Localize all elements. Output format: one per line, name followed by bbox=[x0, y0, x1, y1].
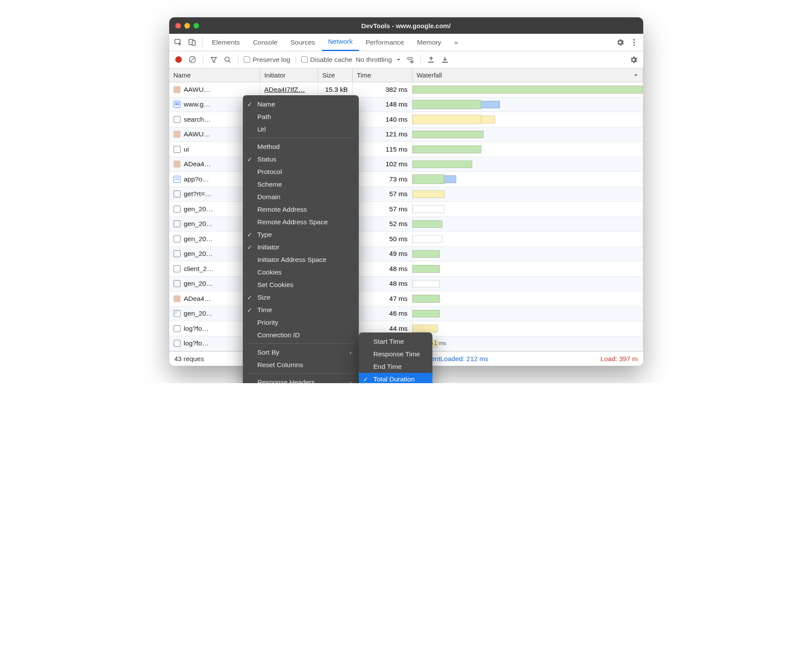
table-row[interactable]: ADea4…(index)22 B102 ms bbox=[169, 157, 643, 172]
tab-console[interactable]: Console bbox=[247, 34, 284, 51]
waterfall-cell bbox=[412, 172, 643, 187]
menu-item-status[interactable]: ✓Status bbox=[243, 153, 359, 165]
minimize-icon[interactable] bbox=[184, 23, 190, 29]
submenu-item-total-duration[interactable]: ✓Total Duration bbox=[359, 373, 432, 383]
svg-rect-11 bbox=[442, 61, 448, 62]
table-row[interactable]: ADea4…app?origin…22 B47 ms bbox=[169, 291, 643, 307]
search-icon[interactable] bbox=[222, 56, 233, 64]
table-row[interactable]: gen_20…(index):1214 B50 ms bbox=[169, 232, 643, 247]
menu-item-remote-address[interactable]: Remote Address bbox=[243, 203, 359, 216]
menu-item-response-headers[interactable]: Response Headers› bbox=[243, 376, 359, 383]
export-har-icon[interactable] bbox=[440, 56, 450, 64]
menu-item-set-cookies[interactable]: Set Cookies bbox=[243, 278, 359, 291]
menu-item-reset-columns[interactable]: Reset Columns bbox=[243, 358, 359, 371]
menu-item-size[interactable]: ✓Size bbox=[243, 291, 359, 303]
table-row[interactable]: AAWU…ADea4I7IfZ…2.7 kB121 ms bbox=[169, 127, 643, 142]
table-row[interactable]: search…m=cdos,dp…21.0 kB140 ms bbox=[169, 112, 643, 127]
file-type-icon bbox=[174, 101, 180, 108]
settings-gear-icon[interactable] bbox=[614, 38, 627, 47]
network-table-body: AAWU…ADea4I7IfZ…15.3 kB382 mswww.g…Other… bbox=[169, 82, 643, 351]
time-cell: 47 ms bbox=[353, 291, 412, 306]
chevron-down-icon bbox=[396, 57, 401, 62]
request-name: AAWU… bbox=[184, 130, 210, 138]
network-conditions-icon[interactable] bbox=[405, 55, 415, 64]
menu-item-method[interactable]: Method bbox=[243, 140, 359, 153]
menu-item-connection-id[interactable]: Connection ID bbox=[243, 329, 359, 341]
device-toolbar-icon[interactable] bbox=[186, 38, 199, 47]
table-row[interactable]: www.g…Other44.3 kB148 ms bbox=[169, 97, 643, 113]
waterfall-cell bbox=[412, 82, 643, 97]
request-name: log?fo… bbox=[184, 339, 209, 347]
svg-rect-2 bbox=[192, 41, 195, 45]
menu-item-url[interactable]: Url bbox=[243, 123, 359, 136]
tabs-overflow[interactable]: » bbox=[448, 34, 464, 51]
time-cell: 46 ms bbox=[353, 307, 412, 321]
disable-cache-label: Disable cache bbox=[310, 56, 352, 64]
throttling-select[interactable]: No throttling bbox=[356, 56, 402, 64]
menu-item-name[interactable]: ✓Name bbox=[243, 98, 359, 110]
table-row[interactable]: get?rt=…rs=AA2YrT…14.8 kB57 ms bbox=[169, 187, 643, 202]
header-waterfall[interactable]: Waterfall bbox=[412, 68, 643, 82]
request-name: get?rt=… bbox=[184, 190, 212, 198]
table-row[interactable]: gen_20…m=cdos,dp…14 B57 ms bbox=[169, 202, 643, 217]
table-row[interactable]: uim=DhPYm…0 B115 ms bbox=[169, 142, 643, 157]
waterfall-cell bbox=[412, 187, 643, 202]
request-name: gen_20… bbox=[184, 205, 213, 213]
waterfall-submenu[interactable]: Start TimeResponse TimeEnd Time✓Total Du… bbox=[359, 332, 432, 383]
header-time[interactable]: Time bbox=[353, 68, 412, 82]
tab-sources[interactable]: Sources bbox=[284, 34, 321, 51]
record-button[interactable] bbox=[174, 56, 184, 63]
devtools-window: DevTools - www.google.com/ ElementsConso… bbox=[169, 17, 643, 366]
menu-item-remote-address-space[interactable]: Remote Address Space bbox=[243, 216, 359, 228]
submenu-item-end-time[interactable]: End Time bbox=[359, 360, 432, 373]
menu-item-protocol[interactable]: Protocol bbox=[243, 165, 359, 178]
close-icon[interactable] bbox=[175, 23, 181, 29]
menu-item-initiator-address-space[interactable]: Initiator Address Space bbox=[243, 253, 359, 266]
disable-cache-checkbox[interactable]: Disable cache bbox=[301, 56, 352, 64]
menu-item-priority[interactable]: Priority bbox=[243, 316, 359, 329]
submenu-item-start-time[interactable]: Start Time bbox=[359, 335, 432, 348]
tab-elements[interactable]: Elements bbox=[206, 34, 246, 51]
clear-icon[interactable] bbox=[187, 55, 198, 64]
menu-item-sort-by[interactable]: Sort By› bbox=[243, 346, 359, 358]
header-name[interactable]: Name bbox=[169, 68, 260, 82]
header-initiator[interactable]: Initiator bbox=[260, 68, 318, 82]
menu-item-initiator[interactable]: ✓Initiator bbox=[243, 241, 359, 253]
table-row[interactable]: gen_20…(index):11615 B52 ms bbox=[169, 217, 643, 232]
inspect-element-icon[interactable] bbox=[172, 38, 185, 47]
request-name: gen_20… bbox=[184, 235, 213, 243]
file-type-icon bbox=[174, 340, 180, 347]
table-row[interactable]: AAWU…ADea4I7IfZ…15.3 kB382 ms bbox=[169, 82, 643, 97]
table-row[interactable]: gen_20…(index):21514 B48 ms bbox=[169, 277, 643, 292]
table-row[interactable]: client_2…(index):318 B48 ms bbox=[169, 261, 643, 277]
network-settings-gear-icon[interactable] bbox=[628, 55, 639, 64]
menu-item-type[interactable]: ✓Type bbox=[243, 228, 359, 241]
table-row[interactable]: gen_20…14 B46 ms bbox=[169, 307, 643, 322]
tab-performance[interactable]: Performance bbox=[360, 34, 410, 51]
panel-tabs: ElementsConsoleSourcesNetworkPerformance… bbox=[169, 34, 643, 51]
menu-item-scheme[interactable]: Scheme bbox=[243, 178, 359, 190]
table-row[interactable]: app?o…rs=AA2YrT…14.4 kB73 ms bbox=[169, 172, 643, 187]
import-har-icon[interactable] bbox=[426, 56, 436, 64]
filter-icon[interactable] bbox=[209, 56, 219, 64]
menu-item-cookies[interactable]: Cookies bbox=[243, 266, 359, 278]
menu-item-domain[interactable]: Domain bbox=[243, 190, 359, 203]
zoom-icon[interactable] bbox=[193, 23, 199, 29]
tab-memory[interactable]: Memory bbox=[411, 34, 447, 51]
tab-network[interactable]: Network bbox=[322, 34, 359, 51]
initiator-cell[interactable]: ADea4I7IfZ… bbox=[264, 86, 305, 94]
waterfall-bar bbox=[412, 220, 442, 228]
waterfall-cell bbox=[412, 277, 643, 291]
waterfall-bar bbox=[412, 145, 482, 153]
time-cell: 382 ms bbox=[353, 82, 412, 97]
chevron-right-icon: › bbox=[349, 378, 351, 384]
menu-item-path[interactable]: Path bbox=[243, 110, 359, 123]
header-size[interactable]: Size bbox=[318, 68, 353, 82]
menu-item-time[interactable]: ✓Time bbox=[243, 303, 359, 316]
table-row[interactable]: gen_20…(index):11615 B49 ms bbox=[169, 247, 643, 262]
preserve-log-checkbox[interactable]: Preserve log bbox=[244, 56, 290, 64]
submenu-item-response-time[interactable]: Response Time bbox=[359, 348, 432, 360]
size-cell: 15.3 kB bbox=[318, 82, 353, 97]
header-context-menu[interactable]: ✓NamePathUrlMethod✓StatusProtocolSchemeD… bbox=[243, 95, 359, 383]
kebab-menu-icon[interactable] bbox=[628, 39, 641, 46]
